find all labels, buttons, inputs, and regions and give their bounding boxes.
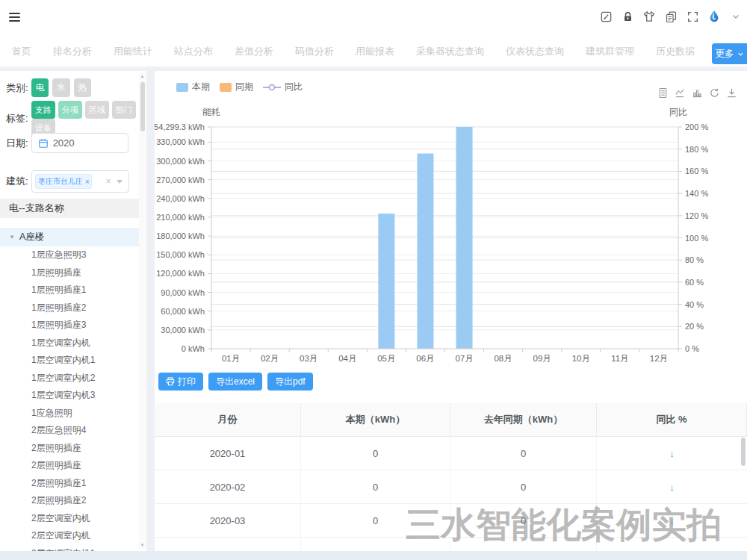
edit-note-icon[interactable] <box>599 10 613 23</box>
tab-码值分析[interactable]: 码值分析 <box>295 37 334 66</box>
restore-icon[interactable] <box>708 87 720 99</box>
tree-item[interactable]: 1层空调室内机2 <box>0 370 139 388</box>
table-scrollbar[interactable] <box>741 438 746 550</box>
tree-item[interactable]: 2层照明插座1 <box>0 475 139 493</box>
tree-item[interactable]: 1层照明插座3 <box>0 317 139 335</box>
tag-button-支路[interactable]: 支路 <box>31 101 55 119</box>
more-button[interactable]: 更多 <box>712 43 747 64</box>
tab-历史数据[interactable]: 历史数据 <box>656 37 695 66</box>
tab-采集器状态查询[interactable]: 采集器状态查询 <box>416 37 484 66</box>
tab-首页[interactable]: 首页 <box>12 37 31 66</box>
svg-text:90,000 kWh: 90,000 kWh <box>161 288 205 297</box>
chart-legend: 本期同期同比 <box>176 81 303 93</box>
tree-item[interactable]: 2层照明插座2 <box>0 492 139 510</box>
tree-item[interactable]: 1应急照明 <box>0 405 139 423</box>
svg-text:120 %: 120 % <box>685 211 708 220</box>
print-button-label: 打印 <box>178 376 196 388</box>
table-scrollbar-thumb[interactable] <box>741 438 746 466</box>
hamburger-menu-icon[interactable] <box>9 13 20 22</box>
theme-shirt-icon[interactable] <box>642 10 656 23</box>
yoy-down-arrow-icon: ↓ <box>669 482 675 493</box>
chart-toolbox <box>657 87 737 99</box>
tab-建筑群管理[interactable]: 建筑群管理 <box>586 37 634 66</box>
line-chart-toggle-icon[interactable] <box>674 87 686 99</box>
export-pdf-button[interactable]: 导出pdf <box>267 373 313 391</box>
yoy-cell: ↓ <box>597 504 747 538</box>
tab-用能报表[interactable]: 用能报表 <box>356 37 394 66</box>
svg-text:300,000 kWh: 300,000 kWh <box>156 157 205 166</box>
tree-item[interactable]: 2层照明插座 <box>0 457 139 475</box>
chevron-down-icon[interactable] <box>729 10 743 23</box>
svg-text:180,000 kWh: 180,000 kWh <box>156 231 205 240</box>
svg-text:10月: 10月 <box>572 354 590 363</box>
tree-item[interactable]: 1层空调室内机1 <box>0 352 139 370</box>
table-row: 2020-0400↓ <box>155 538 747 551</box>
building-label: 建筑: <box>6 175 28 188</box>
svg-text:140 %: 140 % <box>685 189 708 198</box>
scroll-down-icon[interactable]: ▼ <box>139 543 146 547</box>
current-cell: 0 <box>301 470 450 504</box>
copy-pages-icon[interactable] <box>664 10 678 23</box>
last-year-cell: 0 <box>450 470 597 504</box>
sidebar-scrollbar[interactable]: ▲ ▼ <box>139 72 146 549</box>
tab-用能统计[interactable]: 用能统计 <box>114 37 152 66</box>
tab-站点分布[interactable]: 站点分布 <box>174 37 213 66</box>
export-pdf-label: 导出pdf <box>275 376 306 388</box>
svg-text:12月: 12月 <box>650 354 668 363</box>
tag-button-分项[interactable]: 分项 <box>58 101 82 119</box>
tree-item[interactable]: 2层照明插座 <box>0 440 139 458</box>
comparison-chart[interactable]: 0 kWh30,000 kWh60,000 kWh90,000 kWh120,0… <box>155 105 747 373</box>
legend-item-本期[interactable]: 本期 <box>176 81 210 93</box>
tree-node-parent[interactable]: ▼A座楼 <box>0 228 139 246</box>
month-cell: 2020-01 <box>155 437 301 470</box>
yoy-cell: ↓ <box>597 437 747 470</box>
export-excel-button[interactable]: 导出excel <box>208 373 262 391</box>
legend-item-同期[interactable]: 同期 <box>220 81 253 93</box>
tree-item[interactable]: 1层空调室内机3 <box>0 387 139 405</box>
lock-icon[interactable] <box>621 10 634 23</box>
tab-仪表状态查询[interactable]: 仪表状态查询 <box>506 37 564 66</box>
tree-section-header: 电--支路名称 <box>0 199 139 218</box>
tree-item[interactable]: 2层空调室内机 <box>0 510 139 528</box>
category-button-电[interactable]: 电 <box>31 78 49 97</box>
svg-text:02月: 02月 <box>261 354 279 363</box>
sidebar: 类别: 电水热 标签: 支路分项区域部门设备 日期: 2020 建筑: 枣庄市台… <box>0 71 146 551</box>
tree-item[interactable]: 2层空调室内机 <box>0 527 139 545</box>
last-year-cell: 0 <box>450 504 597 538</box>
download-icon[interactable] <box>725 87 737 99</box>
column-header: 月份 <box>155 403 301 437</box>
legend-item-同比[interactable]: 同比 <box>263 81 303 93</box>
select-clear-icon[interactable]: × <box>106 176 111 187</box>
tree-item[interactable]: 1层照明插座 <box>0 264 139 282</box>
svg-text:09月: 09月 <box>533 354 551 363</box>
data-view-icon[interactable] <box>657 87 669 99</box>
date-picker-input[interactable]: 2020 <box>31 133 128 153</box>
tree-item[interactable]: 2层空调室内机1 <box>0 545 139 552</box>
category-button-热[interactable]: 热 <box>74 78 92 97</box>
tree-item[interactable]: 1层空调室内机 <box>0 335 139 352</box>
tab-bar: 首页排名分析用能统计站点分布差值分析码值分析用能报表采集器状态查询仪表状态查询建… <box>0 37 747 66</box>
horizontal-scrollbar[interactable] <box>0 551 747 560</box>
tree-expand-icon[interactable]: ▼ <box>9 234 15 240</box>
last-year-cell: 0 <box>450 437 597 470</box>
tab-差值分析[interactable]: 差值分析 <box>235 37 273 66</box>
tag-button-部门[interactable]: 部门 <box>112 101 136 119</box>
bar-chart-toggle-icon[interactable] <box>691 87 703 99</box>
svg-text:01月: 01月 <box>222 354 240 363</box>
tree-item[interactable]: 1层照明插座1 <box>0 281 139 299</box>
month-cell: 2020-04 <box>155 538 301 551</box>
fullscreen-icon[interactable] <box>686 10 699 23</box>
building-select[interactable]: 枣庄市台儿庄 × × <box>31 170 129 193</box>
svg-text:354,299.3 kWh: 354,299.3 kWh <box>155 122 205 131</box>
tree-item[interactable]: 2层应急照明4 <box>0 422 139 440</box>
tree-item[interactable]: 1层照明插座2 <box>0 299 139 317</box>
tag-button-区域[interactable]: 区域 <box>85 101 109 119</box>
scroll-up-icon[interactable]: ▲ <box>139 74 146 78</box>
tree-item[interactable]: 1层应急照明3 <box>0 246 139 264</box>
svg-text:03月: 03月 <box>300 354 317 363</box>
category-button-水[interactable]: 水 <box>52 78 70 97</box>
building-tag-close-icon[interactable]: × <box>85 178 90 186</box>
tab-排名分析[interactable]: 排名分析 <box>53 37 92 66</box>
sidebar-scrollbar-thumb[interactable] <box>140 82 145 131</box>
print-button[interactable]: 打印 <box>158 373 203 391</box>
